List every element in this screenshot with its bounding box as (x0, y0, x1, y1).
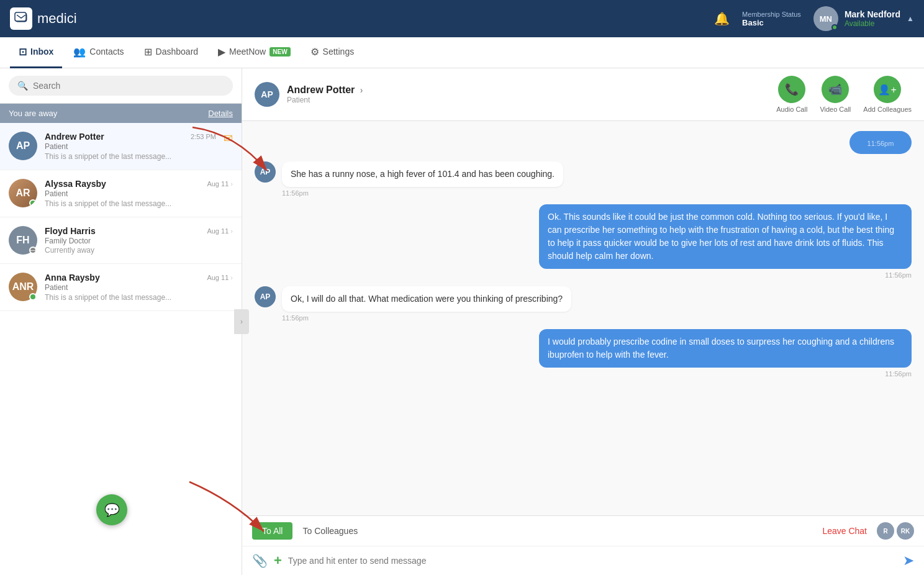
contact-time: Aug 11 › (207, 227, 233, 235)
add-colleagues-icon: 👤+ (874, 76, 901, 103)
online-indicator (831, 24, 838, 30)
online-status-icon (29, 293, 37, 301)
message-row: I would probably prescribe codine in sma… (255, 329, 912, 378)
avatar: MN (813, 6, 838, 31)
contact-role: Patient (45, 189, 233, 198)
contact-away-status: Currently away (45, 246, 233, 255)
contact-snippet: This is a snippet of the last message... (45, 293, 233, 302)
tab-to-all[interactable]: To All (252, 522, 292, 540)
avatar: AP (9, 132, 37, 160)
list-item[interactable]: AP Andrew Potter 2:53 PM Patient This is… (0, 123, 242, 170)
contact-role: Family Doctor (45, 237, 233, 245)
search-input[interactable] (33, 81, 224, 91)
message-row: AP She has a runny nose, a high fever of… (255, 161, 912, 197)
contact-name: Alyssa Raysby (45, 179, 106, 189)
avatar: AP (255, 82, 279, 107)
away-status-icon (29, 247, 37, 254)
list-item[interactable]: FH Floyd Harris Aug 11 › Family Doctor C… (0, 217, 242, 264)
unread-mail-icon: ✉ (224, 132, 233, 145)
message-time: 11:56pm (539, 271, 912, 279)
chat-actions: 📞 Audio Call 📹 Video Call 👤+ Add Colleag… (776, 76, 912, 113)
message-bubble: Ok, I will do all that. What medication … (282, 286, 571, 312)
video-call-icon: 📹 (822, 76, 849, 103)
contact-name: Andrew Potter (45, 132, 104, 142)
contact-role: Patient (45, 283, 233, 292)
membership-label: Membership Status (742, 11, 801, 18)
contact-info: Anna Raysby Aug 11 › Patient This is a s… (45, 273, 233, 302)
message-input[interactable] (288, 556, 897, 566)
compose-icon: 💬 (104, 502, 120, 517)
sidebar-expand-handle[interactable]: › (234, 309, 249, 334)
message-content: I would probably prescribe codine in sma… (539, 329, 912, 378)
tab-to-colleagues[interactable]: To Colleagues (292, 522, 368, 540)
message-time: 11:56pm (282, 189, 563, 197)
membership-status: Membership Status Basic (742, 11, 801, 27)
message-time: 11:56pm (282, 314, 571, 322)
chat-contact-info: Andrew Potter › Patient (287, 84, 363, 104)
footer-tabs: To All To Colleagues Leave Chat R RK (242, 516, 924, 546)
message-row: Ok. This sounds like it could be just th… (255, 204, 912, 279)
leave-chat-button[interactable]: Leave Chat (822, 526, 867, 536)
audio-call-button[interactable]: 📞 Audio Call (776, 76, 807, 113)
participant-avatar: RK (897, 522, 914, 540)
chat-panel: AP Andrew Potter › Patient 📞 Audio Call … (242, 68, 924, 575)
tab-settings[interactable]: ⚙ Settings (302, 37, 363, 68)
audio-call-label: Audio Call (776, 106, 807, 113)
message-content: She has a runny nose, a high fever of 10… (282, 161, 563, 197)
away-text: You are away (9, 109, 57, 118)
add-colleagues-button[interactable]: 👤+ Add Colleagues (863, 76, 912, 113)
add-colleagues-label: Add Colleagues (863, 106, 912, 113)
tab-meetnow[interactable]: ▶ MeetNow NEW (209, 37, 299, 68)
search-input-wrap[interactable]: 🔍 (9, 76, 233, 96)
list-item[interactable]: ANR Anna Raysby Aug 11 › Patient This is… (0, 264, 242, 311)
avatar: AP (255, 161, 276, 183)
add-icon[interactable]: + (274, 553, 282, 569)
contact-role: Patient (45, 142, 216, 151)
chat-contact-name[interactable]: Andrew Potter › (287, 84, 363, 96)
video-call-button[interactable]: 📹 Video Call (820, 76, 851, 113)
send-icon[interactable]: ➤ (903, 553, 914, 569)
chevron-down-icon: ▲ (907, 14, 914, 23)
away-banner: You are away Details (0, 104, 242, 123)
user-info[interactable]: MN Mark Nedford Available ▲ (813, 6, 914, 31)
contact-info: Floyd Harris Aug 11 › Family Doctor Curr… (45, 226, 233, 255)
message-content: Ok, I will do all that. What medication … (282, 286, 571, 322)
tab-contacts-label: Contacts (89, 47, 124, 57)
contact-info: Andrew Potter 2:53 PM Patient This is a … (45, 132, 216, 161)
compose-button[interactable]: 💬 (96, 494, 127, 525)
message-time: 11:56pm (859, 138, 902, 149)
svg-rect-1 (15, 12, 26, 21)
meetnow-badge: NEW (270, 47, 290, 57)
contact-name: Floyd Harris (45, 226, 96, 236)
tab-bar: ⊡ Inbox 👥 Contacts ⊞ Dashboard ▶ MeetNow… (0, 37, 924, 68)
audio-call-icon: 📞 (778, 76, 805, 103)
sidebar: 🔍 You are away Details AP Andrew Potter … (0, 68, 242, 575)
message-content: Ok. This sounds like it could be just th… (539, 204, 912, 279)
top-navigation: medici 🔔 Membership Status Basic MN Mark… (0, 0, 924, 37)
details-link[interactable]: Details (208, 109, 233, 118)
message-time: 11:56pm (539, 370, 912, 378)
message-bubble: I would probably prescribe codine in sma… (539, 329, 912, 368)
chat-header: AP Andrew Potter › Patient 📞 Audio Call … (242, 68, 924, 121)
contact-time: Aug 11 › (207, 180, 233, 188)
attachment-icon[interactable]: 📎 (252, 553, 268, 568)
list-item[interactable]: AR Alyssa Raysby Aug 11 › Patient This i… (0, 170, 242, 217)
video-call-label: Video Call (820, 106, 851, 113)
search-bar: 🔍 (0, 68, 242, 104)
settings-icon: ⚙ (310, 46, 319, 58)
avatar: AP (255, 286, 276, 307)
main-layout: 🔍 You are away Details AP Andrew Potter … (0, 68, 924, 575)
user-details: Mark Nedford Available (845, 9, 900, 28)
message-row: 11:56pm (255, 131, 912, 154)
tab-dashboard[interactable]: ⊞ Dashboard (135, 37, 207, 68)
contact-name: Anna Raysby (45, 273, 100, 283)
message-bubble: Ok. This sounds like it could be just th… (539, 204, 912, 269)
tab-inbox[interactable]: ⊡ Inbox (10, 37, 62, 68)
message-bubble: She has a runny nose, a high fever of 10… (282, 161, 563, 187)
bell-icon[interactable]: 🔔 (714, 11, 730, 26)
footer-input-row: 📎 + ➤ (242, 546, 924, 575)
contact-time: Aug 11 › (207, 274, 233, 281)
tab-contacts[interactable]: 👥 Contacts (65, 37, 132, 68)
chevron-right-icon: › (240, 317, 243, 326)
search-icon: 🔍 (17, 81, 28, 91)
